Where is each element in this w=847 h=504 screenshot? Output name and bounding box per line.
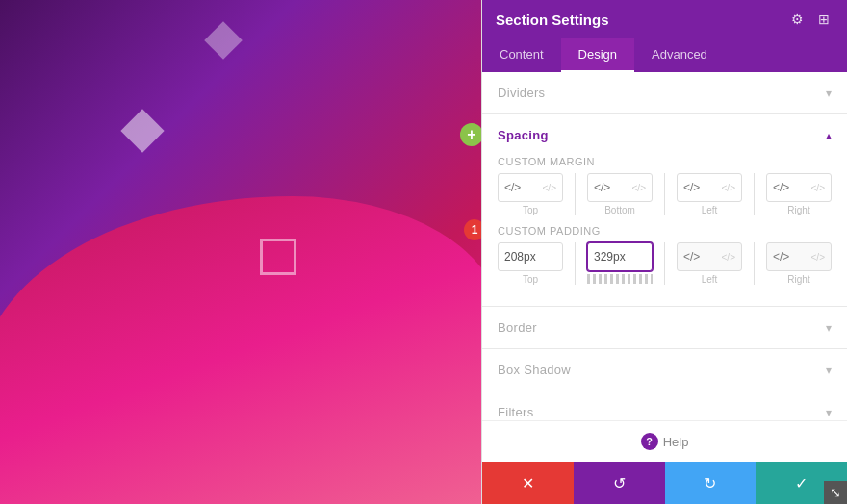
expand-icon[interactable]: ⊞ xyxy=(814,10,834,29)
tab-design[interactable]: Design xyxy=(561,38,634,72)
panel-title: Section Settings xyxy=(496,12,609,28)
panel-footer: ? Help xyxy=(482,420,847,462)
margin-top-input-wrapper[interactable]: </> xyxy=(498,173,563,202)
margin-bottom-sync-icon: </> xyxy=(632,183,646,193)
padding-left-sync-icon: </> xyxy=(722,252,735,263)
section-spacing: Spacing ▴ Custom Margin </> Top xyxy=(482,114,847,307)
help-icon: ? xyxy=(641,433,658,450)
diamond-shape-2 xyxy=(120,109,164,152)
margin-bottom-label: Bottom xyxy=(587,205,653,215)
panel-header: Section Settings ⚙ ⊞ xyxy=(482,0,847,38)
margin-right-input[interactable] xyxy=(773,181,811,194)
margin-bottom-input[interactable] xyxy=(594,181,632,194)
spacing-header[interactable]: Spacing ▴ xyxy=(482,114,847,156)
spacing-chevron: ▴ xyxy=(826,129,832,142)
cancel-button[interactable]: ✕ xyxy=(482,462,574,504)
settings-panel: Section Settings ⚙ ⊞ Content Design Adva… xyxy=(481,0,847,504)
corner-badge: ⤡ xyxy=(824,481,847,504)
margin-left-input[interactable] xyxy=(683,181,722,194)
square-shape xyxy=(260,239,296,275)
margin-top-label: Top xyxy=(498,205,563,215)
margin-left-input-wrapper[interactable]: </> xyxy=(677,173,742,202)
panel-content: Dividers ▾ Spacing ▴ Custom Margin </> xyxy=(482,72,847,420)
margin-right-input-wrapper[interactable]: </> xyxy=(766,173,832,202)
margin-left-sync-icon: </> xyxy=(722,183,735,193)
margin-field-row: </> Top </> Bottom xyxy=(498,173,832,215)
margin-left-label: Left xyxy=(677,205,742,215)
padding-field-row: Top </> Left xyxy=(498,242,832,285)
border-chevron: ▾ xyxy=(826,321,832,335)
panel-header-icons: ⚙ ⊞ xyxy=(787,10,834,29)
box-shadow-label: Box Shadow xyxy=(498,363,571,377)
custom-margin-label: Custom Margin xyxy=(498,156,832,167)
tooltip-badge: 1 xyxy=(464,219,481,240)
settings-icon[interactable]: ⚙ xyxy=(787,10,807,29)
section-filters[interactable]: Filters ▾ xyxy=(482,391,847,420)
margin-divider3 xyxy=(754,173,755,215)
dividers-chevron: ▾ xyxy=(826,87,832,100)
action-bar-wrapper: ✕ ↺ ↻ ✓ ⤡ xyxy=(482,462,847,504)
custom-padding-label: Custom Padding xyxy=(498,225,832,237)
padding-bottom-col xyxy=(587,242,653,285)
margin-right-label: Right xyxy=(766,205,832,215)
padding-top-input[interactable] xyxy=(504,250,556,264)
margin-bottom-input-wrapper[interactable]: </> xyxy=(587,173,653,202)
panel-tabs: Content Design Advanced xyxy=(482,38,847,72)
margin-right-col: </> Right xyxy=(766,173,832,215)
margin-top-input[interactable] xyxy=(504,181,543,194)
box-shadow-chevron: ▾ xyxy=(826,364,832,377)
padding-top-label: Top xyxy=(498,274,563,285)
padding-right-label: Right xyxy=(766,274,832,285)
section-dividers[interactable]: Dividers ▾ xyxy=(482,72,847,114)
padding-left-col: </> Left xyxy=(677,242,742,285)
margin-top-col: </> Top xyxy=(498,173,563,215)
help-label: Help xyxy=(663,435,689,449)
margin-bottom-col: </> Bottom xyxy=(587,173,653,215)
padding-divider3 xyxy=(754,242,755,285)
section-border[interactable]: Border ▾ xyxy=(482,307,847,349)
margin-divider xyxy=(575,173,576,215)
panel-actions: ✕ ↺ ↻ ✓ xyxy=(482,462,847,504)
padding-top-col: Top xyxy=(498,242,563,285)
redo-button[interactable]: ↻ xyxy=(665,462,757,504)
padding-left-input[interactable] xyxy=(683,250,722,264)
padding-bottom-input-wrapper[interactable] xyxy=(587,242,653,271)
background-wave xyxy=(0,196,481,504)
margin-right-sync-icon: </> xyxy=(811,183,825,193)
tab-content[interactable]: Content xyxy=(482,38,561,72)
spacing-content: Custom Margin </> Top </> xyxy=(482,156,847,306)
undo-button[interactable]: ↺ xyxy=(574,462,665,504)
padding-bottom-label xyxy=(587,274,653,284)
canvas-area: + 1 xyxy=(0,0,481,504)
padding-divider xyxy=(575,242,576,285)
border-label: Border xyxy=(498,320,537,335)
section-box-shadow[interactable]: Box Shadow ▾ xyxy=(482,349,847,391)
padding-top-input-wrapper[interactable] xyxy=(498,242,563,271)
padding-right-col: </> Right xyxy=(766,242,832,285)
filters-label: Filters xyxy=(498,405,534,419)
diamond-shape-1 xyxy=(204,21,243,60)
padding-right-input-wrapper[interactable]: </> xyxy=(766,242,832,271)
tab-advanced[interactable]: Advanced xyxy=(634,38,725,72)
padding-left-input-wrapper[interactable]: </> xyxy=(677,242,742,271)
padding-right-sync-icon: </> xyxy=(811,252,825,263)
margin-left-col: </> Left xyxy=(677,173,742,215)
help-button[interactable]: ? Help xyxy=(641,433,689,450)
margin-divider2 xyxy=(664,173,665,215)
padding-bottom-input[interactable] xyxy=(594,250,646,264)
add-section-button[interactable]: + xyxy=(460,123,481,146)
padding-left-label: Left xyxy=(677,274,742,285)
padding-right-input[interactable] xyxy=(773,250,811,264)
dividers-label: Dividers xyxy=(498,86,545,100)
filters-chevron: ▾ xyxy=(826,406,832,419)
padding-divider2 xyxy=(664,242,665,285)
margin-top-sync-icon: </> xyxy=(543,183,556,193)
spacing-label: Spacing xyxy=(498,128,549,142)
